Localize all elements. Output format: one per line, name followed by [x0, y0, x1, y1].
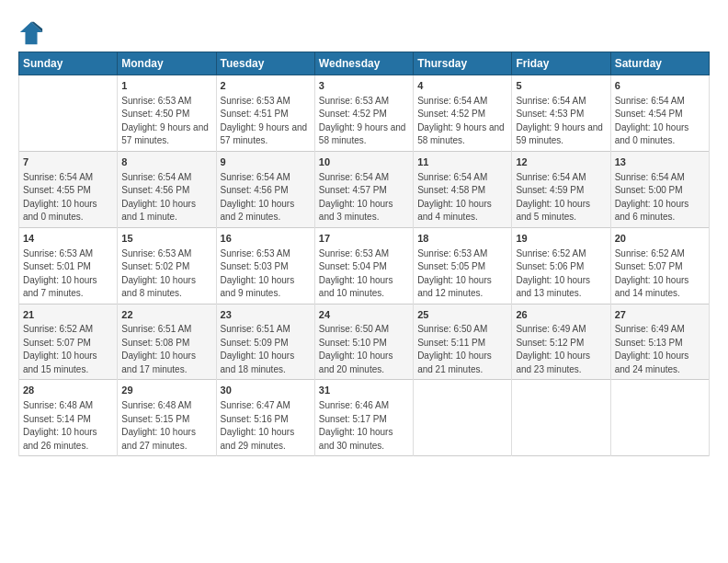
day-info: Sunrise: 6:54 AMSunset: 4:53 PMDaylight:…	[516, 96, 603, 146]
day-number: 26	[516, 308, 606, 322]
day-number: 27	[615, 308, 705, 322]
day-number: 24	[319, 308, 409, 322]
day-cell: 21Sunrise: 6:52 AMSunset: 5:07 PMDayligh…	[19, 304, 118, 380]
day-cell: 3Sunrise: 6:53 AMSunset: 4:52 PMDaylight…	[314, 75, 413, 152]
day-info: Sunrise: 6:50 AMSunset: 5:11 PMDaylight:…	[417, 324, 492, 374]
day-cell: 30Sunrise: 6:47 AMSunset: 5:16 PMDayligh…	[216, 380, 314, 456]
header-day-wednesday: Wednesday	[314, 52, 413, 75]
day-info: Sunrise: 6:53 AMSunset: 5:01 PMDaylight:…	[23, 248, 97, 299]
day-cell: 7Sunrise: 6:54 AMSunset: 4:55 PMDaylight…	[19, 151, 118, 227]
day-cell: 9Sunrise: 6:54 AMSunset: 4:56 PMDaylight…	[216, 151, 314, 227]
day-info: Sunrise: 6:46 AMSunset: 5:17 PMDaylight:…	[319, 400, 393, 451]
day-info: Sunrise: 6:54 AMSunset: 4:59 PMDaylight:…	[516, 172, 590, 223]
day-info: Sunrise: 6:51 AMSunset: 5:08 PMDaylight:…	[121, 324, 196, 374]
day-number: 30	[221, 384, 311, 397]
day-info: Sunrise: 6:54 AMSunset: 4:55 PMDaylight:…	[23, 172, 97, 223]
day-info: Sunrise: 6:54 AMSunset: 4:56 PMDaylight:…	[221, 172, 295, 223]
day-cell: 10Sunrise: 6:54 AMSunset: 4:57 PMDayligh…	[314, 151, 413, 227]
day-info: Sunrise: 6:52 AMSunset: 5:07 PMDaylight:…	[23, 324, 97, 374]
day-cell: 31Sunrise: 6:46 AMSunset: 5:17 PMDayligh…	[314, 380, 413, 456]
day-info: Sunrise: 6:52 AMSunset: 5:06 PMDaylight:…	[516, 248, 590, 299]
day-number: 14	[23, 232, 113, 246]
day-info: Sunrise: 6:48 AMSunset: 5:15 PMDaylight:…	[121, 400, 196, 451]
day-info: Sunrise: 6:53 AMSunset: 5:03 PMDaylight:…	[221, 248, 295, 299]
header-day-friday: Friday	[512, 52, 610, 75]
svg-marker-0	[20, 22, 42, 44]
day-number: 3	[319, 79, 409, 93]
day-cell: 13Sunrise: 6:54 AMSunset: 5:00 PMDayligh…	[610, 151, 709, 227]
day-number: 19	[516, 232, 606, 246]
day-cell: 24Sunrise: 6:50 AMSunset: 5:10 PMDayligh…	[314, 304, 413, 380]
day-cell	[512, 380, 610, 456]
day-number: 8	[121, 155, 211, 169]
header-day-saturday: Saturday	[610, 52, 709, 75]
header	[18, 17, 710, 46]
day-info: Sunrise: 6:54 AMSunset: 4:52 PMDaylight:…	[417, 96, 505, 146]
day-number: 18	[417, 232, 507, 246]
day-number: 1	[121, 79, 211, 93]
week-row-2: 7Sunrise: 6:54 AMSunset: 4:55 PMDaylight…	[19, 151, 710, 227]
day-number: 20	[615, 232, 705, 246]
day-cell: 25Sunrise: 6:50 AMSunset: 5:11 PMDayligh…	[414, 304, 512, 380]
day-info: Sunrise: 6:53 AMSunset: 4:52 PMDaylight:…	[319, 96, 406, 146]
week-row-4: 21Sunrise: 6:52 AMSunset: 5:07 PMDayligh…	[19, 304, 710, 380]
day-number: 5	[516, 79, 606, 93]
page-container: SundayMondayTuesdayWednesdayThursdayFrid…	[0, 0, 728, 465]
day-number: 23	[221, 308, 311, 322]
day-number: 12	[516, 155, 606, 169]
day-cell: 26Sunrise: 6:49 AMSunset: 5:12 PMDayligh…	[512, 304, 610, 380]
day-number: 25	[417, 308, 507, 322]
day-info: Sunrise: 6:54 AMSunset: 4:58 PMDaylight:…	[417, 172, 492, 223]
header-day-monday: Monday	[118, 52, 216, 75]
week-row-1: 1Sunrise: 6:53 AMSunset: 4:50 PMDaylight…	[19, 75, 710, 152]
day-cell: 12Sunrise: 6:54 AMSunset: 4:59 PMDayligh…	[512, 151, 610, 227]
day-number: 31	[319, 384, 409, 397]
day-cell: 1Sunrise: 6:53 AMSunset: 4:50 PMDaylight…	[118, 75, 216, 152]
day-info: Sunrise: 6:54 AMSunset: 4:57 PMDaylight:…	[319, 172, 393, 223]
calendar-header-row: SundayMondayTuesdayWednesdayThursdayFrid…	[19, 52, 710, 75]
day-number: 17	[319, 232, 409, 246]
header-day-thursday: Thursday	[414, 52, 512, 75]
day-info: Sunrise: 6:53 AMSunset: 5:02 PMDaylight:…	[121, 248, 196, 299]
day-info: Sunrise: 6:53 AMSunset: 4:51 PMDaylight:…	[221, 96, 308, 146]
calendar-table: SundayMondayTuesdayWednesdayThursdayFrid…	[18, 52, 710, 456]
day-number: 10	[319, 155, 409, 169]
day-number: 2	[221, 79, 311, 93]
day-number: 16	[221, 232, 311, 246]
logo-icon	[18, 20, 44, 46]
day-cell: 14Sunrise: 6:53 AMSunset: 5:01 PMDayligh…	[19, 227, 118, 304]
header-day-tuesday: Tuesday	[216, 52, 314, 75]
day-info: Sunrise: 6:51 AMSunset: 5:09 PMDaylight:…	[221, 324, 295, 374]
day-info: Sunrise: 6:54 AMSunset: 4:56 PMDaylight:…	[121, 172, 196, 223]
day-info: Sunrise: 6:49 AMSunset: 5:12 PMDaylight:…	[516, 324, 590, 374]
day-cell: 8Sunrise: 6:54 AMSunset: 4:56 PMDaylight…	[118, 151, 216, 227]
day-cell: 17Sunrise: 6:53 AMSunset: 5:04 PMDayligh…	[314, 227, 413, 304]
day-number: 6	[615, 79, 705, 93]
day-cell: 18Sunrise: 6:53 AMSunset: 5:05 PMDayligh…	[414, 227, 512, 304]
day-cell	[610, 380, 709, 456]
logo	[18, 20, 48, 46]
day-number: 22	[121, 308, 211, 322]
day-info: Sunrise: 6:47 AMSunset: 5:16 PMDaylight:…	[221, 400, 295, 451]
day-info: Sunrise: 6:48 AMSunset: 5:14 PMDaylight:…	[23, 400, 97, 451]
day-number: 4	[417, 79, 507, 93]
day-info: Sunrise: 6:53 AMSunset: 5:04 PMDaylight:…	[319, 248, 393, 299]
day-info: Sunrise: 6:53 AMSunset: 4:50 PMDaylight:…	[121, 96, 209, 146]
day-info: Sunrise: 6:52 AMSunset: 5:07 PMDaylight:…	[615, 248, 689, 299]
day-cell: 23Sunrise: 6:51 AMSunset: 5:09 PMDayligh…	[216, 304, 314, 380]
day-number: 7	[23, 155, 113, 169]
day-cell: 11Sunrise: 6:54 AMSunset: 4:58 PMDayligh…	[414, 151, 512, 227]
day-cell	[19, 75, 118, 152]
day-number: 15	[121, 232, 211, 246]
day-number: 21	[23, 308, 113, 322]
day-number: 11	[417, 155, 507, 169]
day-cell: 20Sunrise: 6:52 AMSunset: 5:07 PMDayligh…	[610, 227, 709, 304]
day-info: Sunrise: 6:53 AMSunset: 5:05 PMDaylight:…	[417, 248, 492, 299]
day-cell: 15Sunrise: 6:53 AMSunset: 5:02 PMDayligh…	[118, 227, 216, 304]
day-cell: 28Sunrise: 6:48 AMSunset: 5:14 PMDayligh…	[19, 380, 118, 456]
day-cell: 5Sunrise: 6:54 AMSunset: 4:53 PMDaylight…	[512, 75, 610, 152]
day-info: Sunrise: 6:54 AMSunset: 4:54 PMDaylight:…	[615, 96, 689, 146]
day-info: Sunrise: 6:50 AMSunset: 5:10 PMDaylight:…	[319, 324, 393, 374]
day-number: 13	[615, 155, 705, 169]
day-info: Sunrise: 6:54 AMSunset: 5:00 PMDaylight:…	[615, 172, 689, 223]
